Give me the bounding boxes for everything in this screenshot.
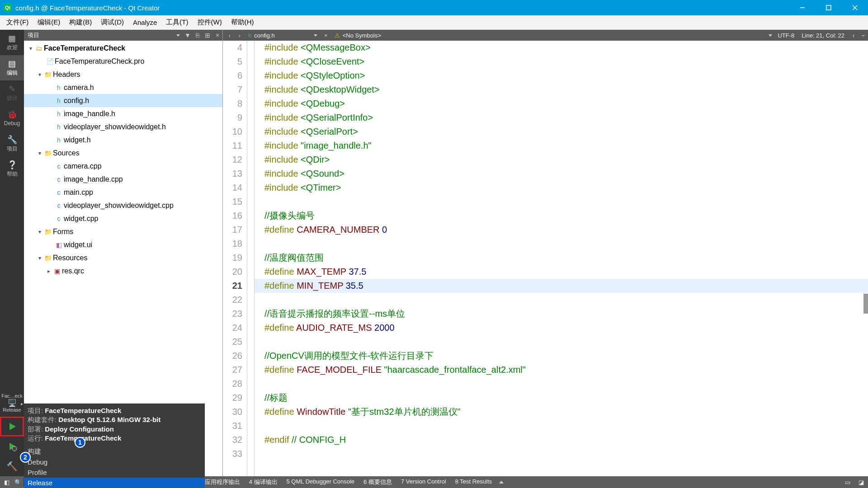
progress-button[interactable]: ◪: [854, 476, 868, 488]
menu-edit[interactable]: 编辑(E): [33, 16, 65, 28]
chevron-down-icon[interactable]: [769, 34, 772, 37]
tree-resources[interactable]: ▾📁Resources: [24, 251, 222, 264]
code-line[interactable]: #define CAMERA_NUMBER 0: [264, 223, 868, 237]
tree-file[interactable]: ▸▣res.qrc: [24, 264, 222, 277]
code-line[interactable]: [264, 237, 868, 251]
tree-file[interactable]: himage_handle.h: [24, 107, 222, 120]
symbol-dropdown[interactable]: ⚠ <No Symbols>: [331, 32, 385, 39]
code-line[interactable]: #include <QMessageBox>: [264, 41, 868, 55]
kit-option-release[interactable]: Release: [24, 478, 205, 488]
code-line[interactable]: #include <QDir>: [264, 153, 868, 167]
code-line[interactable]: #define AUDIO_RATE_MS 2000: [264, 321, 868, 335]
encoding-label[interactable]: UTF-8: [774, 32, 798, 39]
split-v-button[interactable]: ⫟: [858, 30, 868, 41]
maximize-button[interactable]: [816, 0, 842, 15]
chevron-down-icon[interactable]: ▾: [37, 71, 43, 78]
code-editor[interactable]: 4567891011121314151617181920212223242526…: [223, 41, 868, 476]
close-document-button[interactable]: ×: [321, 30, 331, 41]
mode-help[interactable]: ❔ 帮助: [0, 156, 24, 182]
mode-debug[interactable]: 🐞 Debug: [0, 106, 24, 131]
menu-file[interactable]: 文件(F): [2, 16, 33, 28]
chevron-down-icon[interactable]: ▾: [37, 150, 43, 156]
code-line[interactable]: #include <QSerialPort>: [264, 125, 868, 139]
code-line[interactable]: #include <QDesktopWidget>: [264, 83, 868, 97]
tree-file[interactable]: cwidget.cpp: [24, 212, 222, 225]
code-line[interactable]: //OpenCV调用的模型文件-软件运行目录下: [264, 349, 868, 363]
filter-icon[interactable]: ▼: [183, 30, 193, 41]
add-pane-icon[interactable]: ⊞: [203, 30, 212, 41]
mode-design[interactable]: ✎ 设计: [0, 80, 24, 106]
tree-file[interactable]: hwidget.h: [24, 133, 222, 146]
tree-file[interactable]: ccamera.cpp: [24, 160, 222, 173]
tree-headers[interactable]: ▾📁Headers: [24, 68, 222, 81]
fold-strip[interactable]: [247, 41, 255, 476]
menu-analyze[interactable]: Analyze: [128, 17, 161, 28]
tree-file[interactable]: cimage_handle.cpp: [24, 173, 222, 186]
minimize-button[interactable]: [789, 0, 816, 15]
chevron-right-icon[interactable]: ▸: [46, 268, 52, 274]
menu-help[interactable]: 帮助(H): [226, 16, 259, 28]
code-line[interactable]: #define MIN_TEMP 35.5: [255, 279, 868, 293]
close-button[interactable]: [842, 0, 868, 15]
code-line[interactable]: //标题: [264, 391, 868, 405]
open-file-dropdown[interactable]: h config.h: [245, 32, 321, 39]
code-line[interactable]: [264, 195, 868, 209]
tree-forms[interactable]: ▾📁Forms: [24, 225, 222, 238]
output-tab[interactable]: 6 概要信息: [359, 478, 396, 486]
link-icon[interactable]: ⎘: [193, 30, 203, 41]
tree-sources[interactable]: ▾📁Sources: [24, 146, 222, 160]
code-line[interactable]: #define MAX_TEMP 37.5: [264, 265, 868, 279]
close-pane-icon[interactable]: ×: [212, 30, 222, 41]
cursor-position[interactable]: Line: 21, Col: 22: [798, 32, 848, 39]
tree-file[interactable]: ◧widget.ui: [24, 238, 222, 251]
mode-projects[interactable]: 🔧 项目: [0, 131, 24, 156]
code-pane[interactable]: #include <QMessageBox>#include <QCloseEv…: [255, 41, 868, 476]
code-line[interactable]: [264, 447, 868, 461]
code-line[interactable]: //语音提示播报的频率设置--ms单位: [264, 307, 868, 321]
split-h-button[interactable]: ⫞: [848, 30, 858, 41]
tree-file[interactable]: hcamera.h: [24, 81, 222, 94]
menu-widgets[interactable]: 控件(W): [193, 16, 226, 28]
menu-tools[interactable]: 工具(T): [161, 16, 193, 28]
run-debug-button[interactable]: [0, 436, 24, 456]
code-line[interactable]: [264, 293, 868, 307]
nav-fwd-button[interactable]: ›: [235, 30, 245, 41]
menu-build[interactable]: 构建(B): [65, 16, 96, 28]
code-line[interactable]: [264, 419, 868, 433]
mode-welcome[interactable]: ▦ 欢迎: [0, 30, 24, 55]
code-line[interactable]: #include <QSound>: [264, 167, 868, 181]
code-line[interactable]: #include <QCloseEvent>: [264, 55, 868, 69]
tree-file[interactable]: cvideoplayer_showvideowidget.cpp: [24, 199, 222, 212]
kit-option-debug[interactable]: Debug: [24, 457, 205, 467]
code-line[interactable]: #include "image_handle.h": [264, 139, 868, 153]
nav-back-button[interactable]: ‹: [225, 30, 235, 41]
code-line[interactable]: [264, 377, 868, 391]
tree-project[interactable]: ▾🗂FaceTemperatureCheck: [24, 42, 222, 55]
tree-file-config[interactable]: hconfig.h: [24, 94, 222, 107]
toggle-output-button[interactable]: ▭: [841, 476, 854, 488]
chevron-down-icon[interactable]: ▾: [28, 45, 34, 52]
code-line[interactable]: //温度阀值范围: [264, 251, 868, 265]
code-line[interactable]: #define WindowTitle "基于stm32单片机的测温仪": [264, 405, 868, 419]
output-tab[interactable]: 8 Test Results: [451, 478, 496, 486]
code-line[interactable]: #include <QSerialPortInfo>: [264, 111, 868, 125]
code-line[interactable]: #define FACE_MODEL_FILE "haarcascade_fro…: [264, 363, 868, 377]
run-button[interactable]: [0, 417, 24, 436]
code-line[interactable]: //摄像头编号: [264, 209, 868, 223]
code-line[interactable]: [264, 335, 868, 349]
menu-debug[interactable]: 调试(D): [96, 16, 128, 28]
chevron-down-icon[interactable]: ▾: [37, 229, 43, 235]
code-line[interactable]: #include <QDebug>: [264, 97, 868, 111]
chevron-down-icon[interactable]: [176, 34, 180, 37]
chevron-up-icon[interactable]: [499, 481, 504, 483]
output-tab[interactable]: 5 QML Debugger Console: [282, 478, 359, 486]
tree-pro-file[interactable]: 📄FaceTemperatureCheck.pro: [24, 55, 222, 68]
scrollbar-thumb[interactable]: [863, 294, 868, 314]
code-line[interactable]: #include <QTimer>: [264, 181, 868, 195]
toggle-sidebar-button[interactable]: ◧: [0, 476, 14, 488]
kit-option-profile[interactable]: Profile: [24, 467, 205, 478]
tree-file[interactable]: cmain.cpp: [24, 186, 222, 199]
chevron-down-icon[interactable]: ▾: [37, 255, 43, 261]
kit-selector[interactable]: Fac…eck 🖥️ Release ▸: [0, 391, 24, 417]
code-line[interactable]: #include <QStyleOption>: [264, 69, 868, 83]
